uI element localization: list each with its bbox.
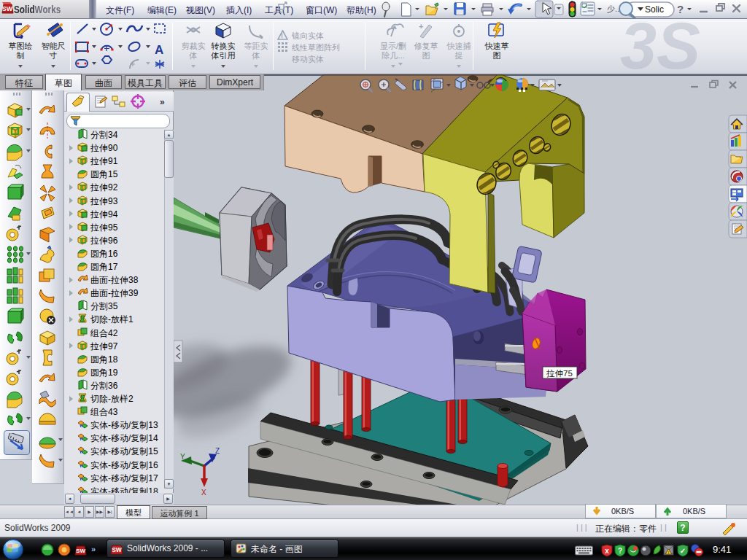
svg-text:✓: ✓: [680, 547, 686, 555]
svg-text:拉伸75: 拉伸75: [546, 369, 573, 378]
svg-text:A: A: [155, 43, 163, 57]
svg-text:x: x: [605, 547, 609, 555]
svg-text:Y: Y: [180, 453, 185, 461]
svg-text:?: ?: [618, 547, 622, 555]
svg-text:SW: SW: [112, 546, 123, 553]
svg-text:+: +: [419, 22, 423, 31]
svg-text:SW: SW: [76, 548, 85, 554]
svg-text:SW: SW: [2, 5, 13, 12]
svg-text:少..: 少..: [607, 4, 619, 13]
svg-text:!: !: [281, 32, 283, 39]
svg-text:»: »: [91, 545, 96, 553]
svg-text:Z: Z: [215, 447, 220, 455]
svg-text:X: X: [201, 489, 206, 497]
